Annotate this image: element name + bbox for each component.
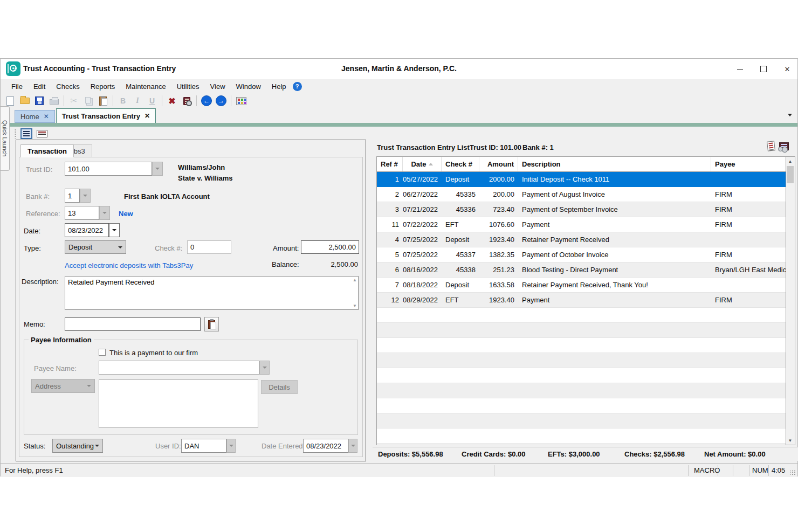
description-scroll-down-icon[interactable]: ▼: [353, 303, 357, 308]
address-box[interactable]: [99, 379, 258, 428]
close-icon[interactable]: [783, 65, 791, 73]
empty-row[interactable]: [377, 383, 786, 398]
tabs3pay-link[interactable]: Accept electronic deposits with Tabs3Pay: [65, 261, 193, 270]
tab-home[interactable]: Home ✕: [15, 110, 55, 123]
trust-id-dropdown[interactable]: [152, 162, 163, 176]
quick-launch-tab[interactable]: Quick Launch: [1, 106, 10, 171]
underline-icon[interactable]: U: [146, 94, 159, 107]
scroll-down-icon[interactable]: ▼: [786, 436, 794, 445]
empty-row[interactable]: [377, 353, 786, 368]
table-row[interactable]: 1107/22/2022EFT1076.60PaymentFIRM: [377, 217, 786, 232]
grid-icon[interactable]: [235, 94, 247, 107]
details-button[interactable]: Details: [261, 380, 298, 394]
date-input[interactable]: [65, 223, 109, 237]
empty-row[interactable]: [377, 338, 786, 353]
address-select[interactable]: Address: [31, 379, 95, 393]
col-ref[interactable]: Ref #: [377, 157, 403, 171]
print-icon[interactable]: [47, 94, 60, 107]
reference-input[interactable]: [65, 206, 99, 220]
menu-edit[interactable]: Edit: [28, 80, 51, 93]
minimize-icon[interactable]: [736, 65, 744, 73]
menu-window[interactable]: Window: [231, 80, 266, 93]
bold-icon[interactable]: B: [116, 94, 129, 107]
table-row[interactable]: 507/25/2022453371382.35Payment of Octobe…: [377, 247, 786, 262]
user-id-dropdown[interactable]: [226, 439, 236, 453]
col-description[interactable]: Description: [518, 157, 711, 171]
new-icon[interactable]: [4, 94, 17, 107]
date-entered-input[interactable]: [303, 439, 348, 453]
date-entered-dropdown[interactable]: [348, 439, 357, 453]
memo-input[interactable]: [65, 317, 201, 331]
menu-help[interactable]: Help: [266, 80, 292, 93]
type-select[interactable]: Deposit: [65, 240, 126, 254]
open-icon[interactable]: [18, 94, 31, 107]
menu-view[interactable]: View: [205, 80, 231, 93]
user-id-input[interactable]: [181, 439, 226, 453]
col-date[interactable]: Date: [403, 157, 442, 171]
date-dropdown[interactable]: [109, 223, 120, 237]
maximize-icon[interactable]: [760, 65, 767, 73]
menu-utilities[interactable]: Utilities: [171, 80, 205, 93]
table-row[interactable]: 307/21/202245336723.40Payment of Septemb…: [377, 202, 786, 217]
empty-row[interactable]: [377, 429, 786, 444]
forward-icon[interactable]: →: [215, 94, 228, 107]
table-row[interactable]: 206/27/202245335200.00Payment of August …: [377, 187, 786, 202]
data-entry-view-icon[interactable]: [20, 128, 32, 139]
payee-name-dropdown[interactable]: [259, 361, 270, 375]
tab-list-dropdown-icon[interactable]: [788, 114, 792, 116]
amount-input[interactable]: [301, 240, 359, 254]
list-view-icon[interactable]: [37, 130, 47, 137]
col-amount[interactable]: Amount: [479, 157, 518, 171]
bank-input[interactable]: [65, 189, 80, 203]
firm-payment-checkbox[interactable]: [99, 349, 106, 356]
empty-row[interactable]: [377, 323, 786, 338]
tab-trust-transaction-entry[interactable]: Trust Transaction Entry ✕: [56, 108, 156, 123]
help-icon[interactable]: ?: [293, 82, 302, 91]
scroll-thumb[interactable]: [787, 166, 794, 183]
description-input[interactable]: Retailed Payment Received ▲ ▼: [65, 276, 359, 310]
table-row[interactable]: 407/25/2022Deposit1923.40Retainer Paymen…: [377, 232, 786, 247]
menu-reports[interactable]: Reports: [85, 80, 121, 93]
empty-row[interactable]: [377, 413, 786, 429]
back-icon[interactable]: ←: [200, 94, 213, 107]
menu-file[interactable]: File: [6, 80, 28, 93]
col-check[interactable]: Check #: [442, 157, 479, 171]
empty-row[interactable]: [377, 398, 786, 413]
reference-dropdown[interactable]: [99, 206, 110, 220]
cut-icon[interactable]: ✂: [67, 94, 80, 107]
scroll-up-icon[interactable]: ▲: [786, 157, 794, 165]
save-icon[interactable]: [33, 94, 46, 107]
col-payee[interactable]: Payee: [711, 157, 786, 171]
copy-icon[interactable]: [82, 94, 95, 107]
empty-row[interactable]: [377, 308, 786, 323]
trust-id-input[interactable]: [65, 162, 152, 176]
table-scrollbar[interactable]: ▲ ▼: [786, 156, 795, 445]
bank-dropdown[interactable]: [80, 189, 91, 203]
payee-name-input[interactable]: [99, 361, 259, 375]
table-cell: 1: [377, 172, 403, 186]
description-scroll-up-icon[interactable]: ▲: [353, 278, 357, 282]
memo-clipboard-button[interactable]: [204, 317, 219, 331]
italic-icon[interactable]: I: [131, 94, 144, 107]
table-row[interactable]: 708/18/2022Deposit1633.58Retainer Paymen…: [377, 278, 786, 293]
delete-icon[interactable]: ✖: [166, 94, 178, 107]
lookup-icon[interactable]: [180, 94, 193, 107]
new-link[interactable]: New: [119, 210, 133, 218]
table-cell: Payment of August Invoice: [518, 187, 711, 202]
paste-icon[interactable]: [97, 94, 109, 107]
check-number-input[interactable]: [187, 240, 231, 254]
resize-grip[interactable]: [790, 470, 796, 475]
empty-row[interactable]: [377, 368, 786, 383]
tab-home-close-icon[interactable]: ✕: [44, 113, 49, 120]
form-tab-transaction[interactable]: Transaction: [20, 144, 74, 157]
table-row[interactable]: 1208/29/2022EFT1923.40PaymentFIRM: [377, 293, 786, 308]
menu-checks[interactable]: Checks: [51, 80, 85, 93]
detail-money-icon[interactable]: [779, 142, 789, 150]
status-select[interactable]: Outstanding: [52, 439, 103, 453]
table-row[interactable]: 608/16/202245338251.23Blood Testing - Di…: [377, 262, 786, 278]
toolbar-drag-handle[interactable]: [15, 129, 16, 139]
menu-maintenance[interactable]: Maintenance: [120, 80, 171, 93]
table-row[interactable]: 105/27/2022Deposit2000.00Initial Deposit…: [377, 172, 786, 187]
report-view-icon[interactable]: [767, 141, 775, 151]
tab-entry-close-icon[interactable]: ✕: [145, 112, 150, 120]
